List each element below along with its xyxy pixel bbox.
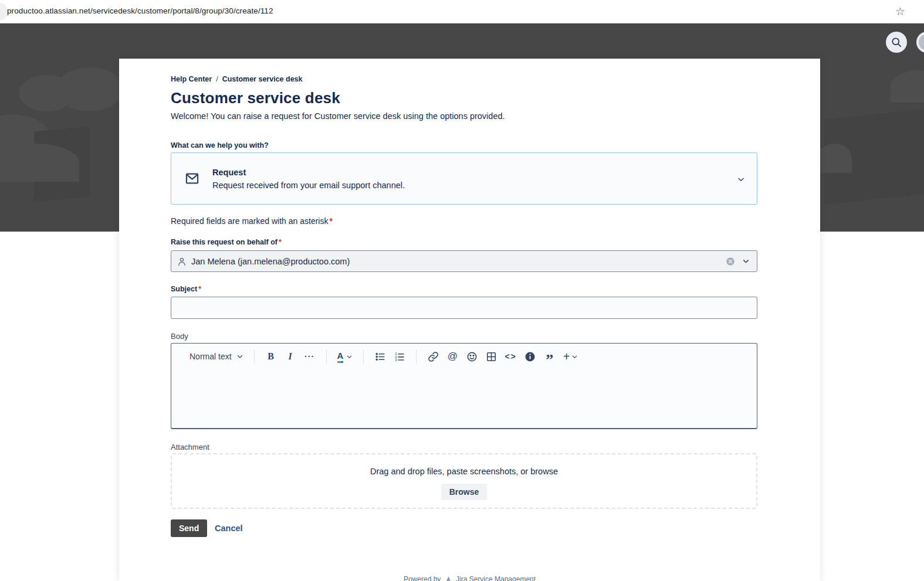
bold-icon: B: [268, 351, 274, 362]
request-type-texts: Request Request received from your email…: [212, 168, 405, 190]
subject-input[interactable]: [171, 297, 757, 319]
search-icon: [891, 36, 902, 48]
toolbar-separator: [363, 349, 364, 363]
attachment-dropzone[interactable]: Drag and drop files, paste screenshots, …: [171, 453, 757, 509]
person-icon: [177, 256, 187, 267]
link-button[interactable]: [426, 349, 440, 364]
bullet-list-icon: [375, 351, 386, 362]
toolbar-separator: [254, 349, 255, 363]
breadcrumb-separator: /: [216, 75, 218, 83]
svg-text:3: 3: [395, 358, 397, 362]
mention-button[interactable]: @: [445, 349, 459, 364]
info-icon: [524, 351, 536, 362]
send-button[interactable]: Send: [171, 519, 207, 537]
body-editor-text-area[interactable]: [171, 369, 757, 429]
numbered-list-button[interactable]: 1 2 3: [392, 349, 407, 364]
product-name-text: Jira Service Management: [456, 575, 536, 581]
insert-more-button[interactable]: +: [562, 349, 580, 364]
clear-icon[interactable]: [726, 257, 735, 266]
subject-label: Subject*: [171, 285, 201, 293]
body-label: Body: [171, 332, 188, 341]
required-note-text: Required fields are marked with an aster…: [171, 216, 328, 226]
page-title: Customer service desk: [171, 89, 340, 107]
on-behalf-label: Raise this request on behalf of*: [171, 238, 282, 246]
code-icon: <>: [505, 352, 516, 361]
editor-toolbar: Normal text B I ··· A: [171, 344, 757, 369]
link-icon: [428, 351, 439, 362]
text-style-dropdown[interactable]: Normal text: [188, 349, 245, 364]
atlassian-logo-icon: [445, 576, 452, 581]
numbered-list-icon: 1 2 3: [394, 351, 405, 362]
subject-label-text: Subject: [171, 285, 197, 293]
cancel-button[interactable]: Cancel: [215, 524, 243, 533]
chevron-down-icon: [236, 353, 243, 360]
portal-card: Help Center/Customer service desk Custom…: [119, 59, 820, 581]
required-fields-note: Required fields are marked with an aster…: [171, 216, 333, 226]
browser-url-bar[interactable]: productoo.atlassian.net/servicedesk/cust…: [0, 0, 924, 23]
text-color-icon: A: [337, 351, 344, 362]
more-formatting-icon: ···: [304, 352, 314, 361]
more-formatting-button[interactable]: ···: [303, 349, 317, 364]
chevron-down-icon: [346, 354, 353, 360]
mail-icon: [184, 171, 200, 186]
search-button[interactable]: [886, 32, 907, 53]
code-button[interactable]: <>: [503, 349, 517, 364]
avatar[interactable]: [916, 32, 924, 53]
banner-cloud-shape: [19, 75, 75, 111]
banner-cloud-shape: [817, 144, 852, 173]
attachment-label: Attachment: [171, 443, 209, 451]
breadcrumb-customer-service-desk[interactable]: Customer service desk: [222, 75, 303, 83]
body-editor[interactable]: Normal text B I ··· A: [171, 343, 757, 429]
toolbar-separator: [416, 349, 417, 363]
text-style-label: Normal text: [189, 352, 232, 361]
mention-icon: @: [448, 351, 458, 362]
request-type-label: What can we help you with?: [171, 141, 269, 150]
chevron-down-icon: [737, 175, 745, 184]
required-asterisk: *: [329, 216, 332, 226]
bold-button[interactable]: B: [264, 349, 278, 364]
powered-by-footer: Powered by Jira Service Management: [119, 575, 820, 581]
dropzone-hint: Drag and drop files, paste screenshots, …: [172, 467, 756, 476]
breadcrumb-help-center[interactable]: Help Center: [171, 75, 212, 83]
browse-button[interactable]: Browse: [441, 484, 488, 500]
powered-by-text: Powered by: [404, 575, 441, 581]
on-behalf-label-text: Raise this request on behalf of: [171, 238, 277, 246]
breadcrumb: Help Center/Customer service desk: [171, 75, 303, 83]
on-behalf-value: Jan Melena (jan.melena@productoo.com): [191, 257, 350, 266]
welcome-text: Welcome! You can raise a request for Cus…: [171, 111, 505, 121]
on-behalf-asterisk: *: [279, 238, 282, 246]
bullet-list-button[interactable]: [373, 349, 387, 364]
italic-button[interactable]: I: [283, 349, 297, 364]
emoji-icon: [466, 351, 478, 362]
bookmark-star-icon[interactable]: ☆: [895, 5, 905, 18]
emoji-button[interactable]: [465, 349, 479, 364]
request-type-title: Request: [212, 168, 405, 177]
italic-icon: I: [288, 351, 292, 362]
blockquote-button[interactable]: ”: [543, 349, 557, 364]
chevron-down-icon[interactable]: [742, 257, 750, 265]
on-behalf-select[interactable]: Jan Melena (jan.melena@productoo.com): [171, 250, 757, 272]
toolbar-separator: [326, 349, 327, 363]
banner-cloud-shape: [0, 144, 79, 182]
plus-icon: +: [563, 350, 570, 363]
banner-cloud-shape: [891, 70, 924, 103]
request-type-description: Request received from your email support…: [212, 181, 405, 190]
chevron-down-icon: [571, 354, 578, 360]
table-button[interactable]: [484, 349, 498, 364]
table-icon: [486, 351, 497, 362]
request-type-dropdown[interactable]: Request Request received from your email…: [171, 152, 757, 205]
text-color-button[interactable]: A: [336, 349, 354, 364]
url-text[interactable]: productoo.atlassian.net/servicedesk/cust…: [7, 6, 273, 15]
blockquote-icon: ”: [546, 357, 553, 363]
subject-asterisk: *: [198, 285, 201, 293]
info-panel-button[interactable]: [523, 349, 537, 364]
